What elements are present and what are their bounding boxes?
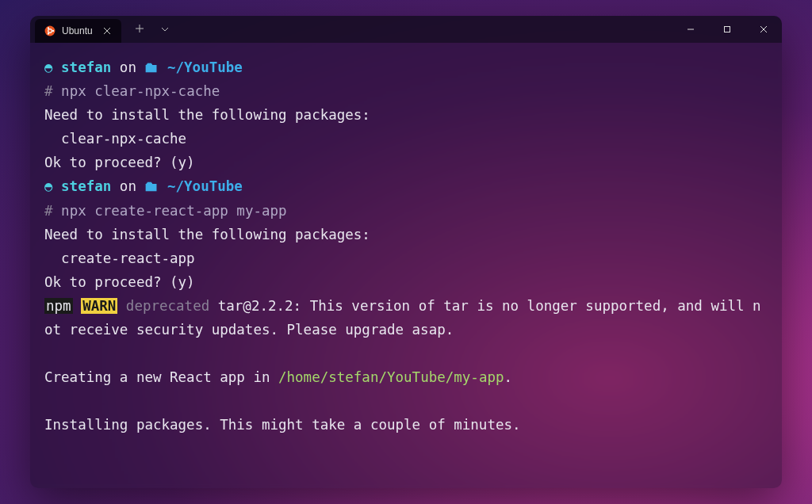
output-line: Ok to proceed? (y) (44, 270, 768, 294)
warn-line: npm WARN deprecated tar@2.2.2: This vers… (44, 294, 768, 342)
blank-line (44, 342, 768, 365)
installing-line: Installing packages. This might take a c… (44, 413, 768, 437)
terminal-window: Ubuntu ◓ stefan on 🖿 ~/Y (30, 16, 782, 488)
user-icon: ◓ (44, 55, 61, 79)
ubuntu-icon (44, 25, 56, 36)
new-tab-button[interactable] (132, 23, 147, 36)
command-line: # npx create-react-app my-app (44, 199, 768, 223)
output-line: create-react-app (44, 246, 768, 270)
prompt-line: ◓ stefan on 🖿 ~/YouTube (44, 55, 768, 79)
prompt-hash: # (44, 83, 53, 99)
minimize-button[interactable] (672, 16, 709, 43)
prompt-on: on (120, 59, 136, 75)
output-line: Need to install the following packages: (44, 103, 768, 127)
npm-badge: npm (44, 298, 73, 314)
output-line: Need to install the following packages: (44, 223, 768, 246)
svg-point-2 (52, 30, 54, 32)
creating-dot: . (504, 369, 513, 385)
command-text: npx clear-npx-cache (61, 83, 220, 99)
prompt-path: ~/YouTube (167, 59, 243, 75)
prompt-path: ~/YouTube (167, 178, 243, 194)
tab-ubuntu[interactable]: Ubuntu (35, 19, 121, 43)
titlebar: Ubuntu (30, 16, 782, 43)
svg-point-3 (48, 27, 49, 29)
maximize-button[interactable] (709, 16, 745, 43)
tab-close-button[interactable] (101, 25, 113, 37)
prompt-user: stefan (61, 178, 111, 194)
output-line: clear-npx-cache (44, 127, 768, 151)
output-line: Ok to proceed? (y) (44, 151, 768, 174)
command-text: npx create-react-app my-app (61, 203, 286, 219)
creating-line: Creating a new React app in /home/stefan… (44, 365, 768, 389)
prompt-user: stefan (61, 59, 111, 75)
svg-rect-5 (725, 27, 730, 32)
tab-actions (121, 16, 183, 43)
svg-point-4 (48, 32, 49, 34)
warn-badge: WARN (81, 298, 117, 314)
creating-text: Creating a new React app in (44, 369, 278, 385)
blank-line (44, 389, 768, 413)
folder-icon: 🖿 (144, 174, 167, 198)
prompt-hash: # (44, 203, 53, 219)
user-icon: ◓ (44, 174, 61, 198)
deprecated-label: deprecated (126, 298, 209, 314)
command-line: # npx clear-npx-cache (44, 79, 768, 103)
tab-dropdown-button[interactable] (158, 23, 172, 36)
creating-path: /home/stefan/YouTube/my-app (278, 369, 504, 385)
close-button[interactable] (745, 16, 782, 43)
terminal-body[interactable]: ◓ stefan on 🖿 ~/YouTube # npx clear-npx-… (30, 43, 782, 488)
tab-title: Ubuntu (62, 25, 93, 36)
window-controls (672, 16, 782, 43)
prompt-line: ◓ stefan on 🖿 ~/YouTube (44, 174, 768, 198)
prompt-on: on (120, 178, 136, 194)
folder-icon: 🖿 (144, 55, 167, 79)
